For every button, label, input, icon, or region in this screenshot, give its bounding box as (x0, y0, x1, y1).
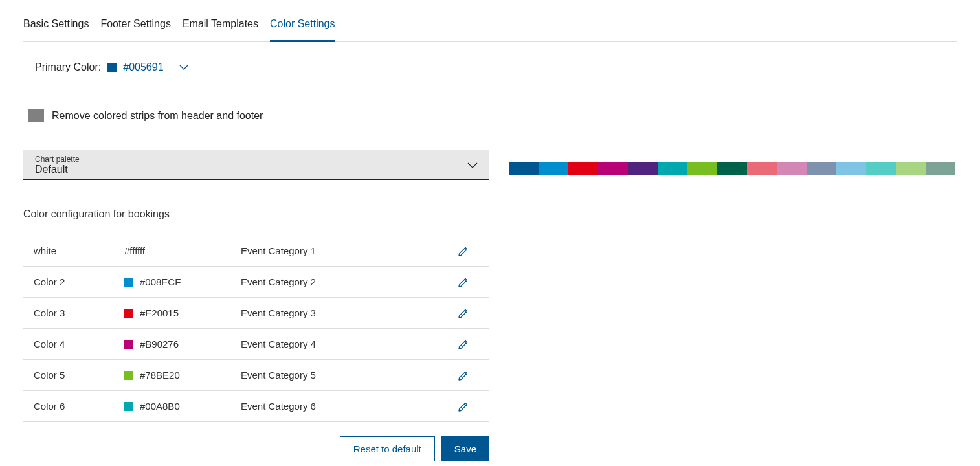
tabs: Basic Settings Footer Settings Email Tem… (23, 0, 957, 42)
remove-strips-row: Remove colored strips from header and fo… (28, 109, 957, 122)
remove-strips-checkbox[interactable] (28, 109, 44, 122)
color-hex: #78BE20 (140, 370, 180, 381)
chart-palette-label: Chart palette (35, 155, 80, 164)
remove-strips-label: Remove colored strips from header and fo… (52, 110, 263, 122)
pencil-icon[interactable] (458, 245, 469, 257)
color-hex: #E20015 (140, 307, 179, 318)
color-hex: #008ECF (140, 276, 181, 287)
palette-swatch (717, 162, 747, 175)
pencil-icon[interactable] (458, 338, 469, 350)
color-swatch (124, 371, 133, 380)
primary-color-label: Primary Color: (35, 61, 101, 73)
color-hex-cell: #78BE20 (124, 370, 241, 381)
event-category: Event Category 6 (241, 401, 438, 412)
color-name: Color 6 (34, 401, 124, 412)
palette-swatch (568, 162, 598, 175)
palette-swatch (747, 162, 777, 175)
tab-basic-settings[interactable]: Basic Settings (23, 18, 89, 42)
reset-to-default-button[interactable]: Reset to default (340, 436, 435, 461)
table-row: Color 4#B90276Event Category 4 (23, 329, 489, 360)
chevron-down-icon[interactable] (179, 65, 188, 70)
event-category: Event Category 2 (241, 276, 438, 287)
color-hex: #B90276 (140, 338, 179, 350)
palette-swatch (539, 162, 568, 175)
color-hex-cell: #ffffff (124, 245, 241, 256)
color-name: Color 4 (34, 338, 124, 350)
save-button[interactable]: Save (441, 436, 489, 461)
event-category: Event Category 4 (241, 338, 438, 350)
pencil-icon[interactable] (458, 401, 469, 412)
event-category: Event Category 5 (241, 370, 438, 381)
color-hex: #ffffff (124, 245, 145, 256)
palette-swatch (509, 162, 539, 175)
palette-swatch (836, 162, 866, 175)
chevron-down-icon (467, 162, 478, 168)
tab-email-templates[interactable]: Email Templates (183, 18, 258, 42)
table-row: white#ffffffEvent Category 1 (23, 236, 489, 267)
color-swatch (124, 402, 133, 411)
palette-swatch (896, 162, 926, 175)
color-swatch (124, 309, 133, 318)
color-name: Color 5 (34, 370, 124, 381)
palette-swatch (598, 162, 628, 175)
color-swatch (124, 340, 133, 349)
event-category: Event Category 3 (241, 307, 438, 318)
table-row: Color 6#00A8B0Event Category 6 (23, 391, 489, 422)
palette-swatch (926, 162, 955, 175)
button-row: Reset to default Save (23, 436, 489, 461)
color-hex-cell: #E20015 (124, 307, 241, 318)
pencil-icon[interactable] (458, 370, 469, 381)
primary-color-row: Primary Color: #005691 (35, 61, 957, 73)
chart-palette-value: Default (35, 164, 80, 175)
event-category: Event Category 1 (241, 245, 438, 256)
chart-palette-select[interactable]: Chart palette Default (23, 150, 489, 180)
color-name: Color 3 (34, 307, 124, 318)
pencil-icon[interactable] (458, 276, 469, 288)
color-name: white (34, 245, 124, 256)
color-config-table: white#ffffffEvent Category 1Color 2#008E… (23, 236, 489, 422)
color-name: Color 2 (34, 276, 124, 287)
table-row: Color 3#E20015Event Category 3 (23, 298, 489, 329)
color-hex: #00A8B0 (140, 401, 180, 412)
color-hex-cell: #00A8B0 (124, 401, 241, 412)
color-hex-cell: #008ECF (124, 276, 241, 287)
palette-swatch (866, 162, 896, 175)
pencil-icon[interactable] (458, 307, 469, 319)
color-hex-cell: #B90276 (124, 338, 241, 350)
chart-palette-preview (509, 162, 955, 175)
color-config-heading: Color configuration for bookings (23, 208, 489, 220)
tab-color-settings[interactable]: Color Settings (270, 18, 335, 42)
table-row: Color 2#008ECFEvent Category 2 (23, 267, 489, 298)
primary-color-hex[interactable]: #005691 (123, 61, 163, 73)
palette-swatch (658, 162, 687, 175)
table-row: Color 5#78BE20Event Category 5 (23, 360, 489, 391)
color-swatch (124, 278, 133, 287)
tab-footer-settings[interactable]: Footer Settings (100, 18, 171, 42)
palette-swatch (777, 162, 807, 175)
palette-swatch (687, 162, 717, 175)
primary-color-swatch (107, 63, 117, 72)
palette-swatch (807, 162, 836, 175)
palette-swatch (628, 162, 658, 175)
